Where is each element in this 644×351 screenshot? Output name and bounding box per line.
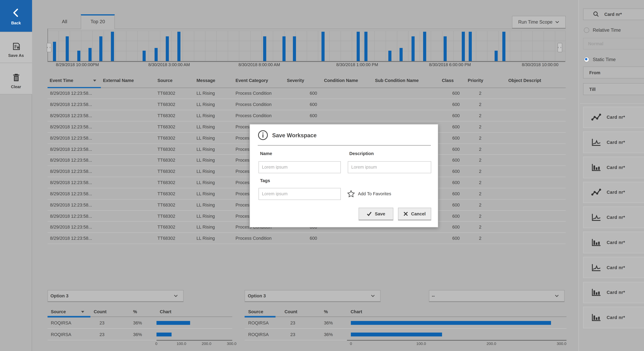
from-date-input[interactable] <box>588 70 644 75</box>
timeline-axis-label: 8/30/2018 3:00:00 AM <box>148 62 190 67</box>
mini-column-header[interactable]: Source <box>48 307 90 316</box>
timeline-bar <box>154 48 158 61</box>
timeline-bar <box>142 51 146 61</box>
timeline-bar <box>469 32 472 61</box>
chevron-down-icon <box>174 294 178 297</box>
table-row[interactable]: 8/29/2018 12:23:58... TT68302 LL Rising … <box>48 233 566 244</box>
mini-column-header[interactable]: Chart <box>156 307 232 316</box>
relative-time-radio[interactable]: Relative Time <box>584 28 621 33</box>
mini-table-row[interactable]: ROQIRSA 23 36% <box>48 317 232 329</box>
save-as-icon <box>12 42 20 51</box>
axis-tick-label: 100.0 <box>176 341 186 346</box>
column-header[interactable]: External Name <box>101 74 155 87</box>
tab-top-20[interactable]: Top 20 <box>81 14 115 29</box>
timeline-bar <box>88 48 92 61</box>
group-by-select-3[interactable]: -- <box>429 290 565 302</box>
table-row[interactable]: 8/29/2018 12:23:58... TT68302 LL Rising … <box>48 88 566 99</box>
mini-column-header[interactable]: Source <box>245 307 281 316</box>
save-as-button[interactable]: Save As <box>0 32 32 63</box>
card-list-item[interactable]: Card nr* <box>583 107 644 128</box>
group-by-select-1[interactable]: Option 3 <box>48 290 184 302</box>
mini-table-header: Source Count % Chart <box>245 307 566 317</box>
timeline-bar <box>177 32 180 61</box>
till-date-field[interactable] <box>583 83 644 95</box>
mini-column-header[interactable]: % <box>320 307 347 316</box>
mini-column-header[interactable]: % <box>130 307 156 316</box>
relative-time-label: Relative Time <box>593 28 621 33</box>
card-list-item[interactable]: Card nr* <box>583 182 644 203</box>
add-to-favorites-toggle[interactable]: Add To Favorites <box>348 190 391 197</box>
sort-caret-icon[interactable] <box>81 311 84 313</box>
timeline-bar <box>444 36 447 61</box>
table-row[interactable]: 8/29/2018 12:23:58... TT68302 LL Rising … <box>48 99 566 110</box>
clear-label: Clear <box>0 84 32 89</box>
clear-button[interactable]: Clear <box>0 63 32 95</box>
card-list-item[interactable]: Card nr* <box>583 282 644 303</box>
column-header[interactable]: Priority <box>466 74 506 87</box>
mini-chart-bar <box>351 332 442 336</box>
mini-column-header[interactable]: Chart <box>347 307 566 316</box>
card-list-item[interactable]: Card nr* <box>583 207 644 228</box>
sort-caret-icon[interactable] <box>93 80 96 82</box>
add-to-favorites-label: Add To Favorites <box>358 191 391 196</box>
name-label: Name <box>260 151 272 156</box>
mini-table-row[interactable]: ROQIRSA 23 36% <box>48 329 232 340</box>
timeline-axis-label: 8/30/2018 10:00:00 <box>522 62 558 67</box>
mini-table-header: Source Count % Chart <box>48 307 232 317</box>
trash-icon <box>12 73 20 82</box>
scatter-chart-icon <box>591 188 601 196</box>
sorted-column-underline <box>48 87 101 88</box>
save-button[interactable]: Save <box>358 208 393 220</box>
mini-table-row[interactable]: ROQIRSA 23 36% <box>245 329 566 340</box>
tab-all[interactable]: All <box>48 15 81 29</box>
mini-table-row[interactable]: ROQIRSA 23 36% <box>245 317 566 329</box>
column-header[interactable]: Severity <box>285 74 322 87</box>
column-header[interactable]: Sub Condition Name <box>373 74 440 87</box>
timeline-bar <box>357 32 360 61</box>
column-header[interactable]: Event Category <box>233 74 285 87</box>
line-chart-icon <box>591 264 601 271</box>
group-by-select-2[interactable]: Option 3 <box>245 290 380 302</box>
tags-field[interactable] <box>258 188 341 200</box>
timeline-bar <box>412 36 415 61</box>
column-header[interactable]: Object Descript <box>506 74 566 87</box>
timeline-bar <box>502 32 506 61</box>
card-search-box[interactable] <box>583 8 644 20</box>
column-header[interactable]: Message <box>194 74 233 87</box>
mini-column-header[interactable]: Count <box>281 307 320 316</box>
table-row[interactable]: 8/29/2018 12:23:58... TT68302 LL Rising … <box>48 110 566 121</box>
card-label: Card nr* <box>607 215 644 220</box>
card-list-item[interactable]: Card nr* <box>583 157 644 178</box>
run-time-scope-button[interactable]: Run Time Scope <box>512 16 566 29</box>
column-header[interactable]: Event Time <box>48 74 101 87</box>
from-date-field[interactable] <box>583 67 644 79</box>
cancel-button[interactable]: Cancel <box>398 208 431 220</box>
card-list-item[interactable]: Card nr* <box>583 132 644 153</box>
card-list-item[interactable]: Card nr* <box>583 232 644 253</box>
events-table-header: Event Time External Name Source Message … <box>48 74 566 88</box>
column-header[interactable]: Condition Name <box>322 74 373 87</box>
timeline-bar <box>282 36 286 61</box>
till-date-input[interactable] <box>588 87 644 92</box>
column-header[interactable]: Source <box>155 74 194 87</box>
timeline-bar <box>322 32 325 61</box>
card-list-item[interactable]: Card nr* <box>583 307 644 328</box>
timeline-range-handle-right[interactable]: ‹ › <box>558 43 562 52</box>
card-list-item[interactable]: Card nr* <box>583 257 644 278</box>
chevron-down-icon <box>555 21 559 23</box>
line-chart-icon <box>591 138 601 146</box>
normal-select-disabled[interactable]: Normal <box>583 38 644 49</box>
description-field[interactable] <box>348 161 431 173</box>
mini-column-header[interactable]: Count <box>90 307 130 316</box>
x-icon <box>404 212 408 216</box>
card-search-input[interactable] <box>604 12 644 17</box>
column-header[interactable]: Class <box>440 74 466 87</box>
save-label: Save <box>375 212 385 216</box>
name-field[interactable] <box>258 161 341 173</box>
timeline-range-handle-left[interactable]: ‹ › <box>47 43 51 52</box>
left-rail: Back Save As Clear <box>0 0 32 351</box>
back-button[interactable]: Back <box>0 0 32 32</box>
cancel-label: Cancel <box>411 212 426 216</box>
static-time-radio[interactable]: Static Time <box>584 57 616 62</box>
timeline-bar <box>462 32 465 61</box>
